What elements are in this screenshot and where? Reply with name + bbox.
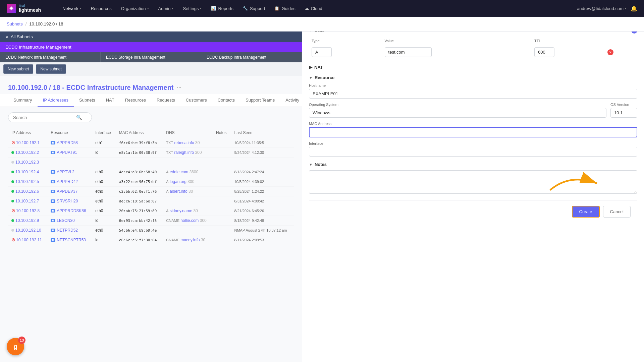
cell-resource[interactable]: ▣APPPRD58 <box>47 138 92 148</box>
cell-resource[interactable]: ▣APPUAT91 <box>47 148 92 158</box>
cell-resource[interactable]: ▣NETPRD52 <box>47 226 92 235</box>
cell-interface: eth0 <box>92 206 116 216</box>
table-row[interactable]: ⊗10.100.192.1 ▣APPPRD58 eth1 f6:c6:be:39… <box>8 138 294 148</box>
table-row[interactable]: 10.100.192.2 ▣APPUAT91 lo e8:1a:1b:00:38… <box>8 148 294 158</box>
right-panel: 10.100.192.3 ▼ DNS + Type Value TTL <box>302 17 644 362</box>
nav-network[interactable]: Network ▾ <box>58 4 86 13</box>
tab-contacts[interactable]: Contacts <box>212 94 240 107</box>
nav-reports[interactable]: 📊 Reports <box>207 4 237 13</box>
tab-requests[interactable]: Requests <box>151 94 180 107</box>
os-version-group: OS Version <box>610 103 637 118</box>
ecdc-subnet-row[interactable]: ECDC Infrastructure Management <box>0 42 302 52</box>
nat-section-header[interactable]: ▶ NAT <box>309 65 637 70</box>
os-input[interactable] <box>309 108 606 118</box>
more-options-button[interactable]: ··· <box>177 85 181 91</box>
nav-guides[interactable]: 📋 Guides <box>270 4 299 13</box>
new-subnet-button-2[interactable]: New subnet <box>36 64 66 74</box>
table-row[interactable]: 10.100.192.10 ▣NETPRD52 eth0 54:b6:e4:b9… <box>8 226 294 235</box>
table-row[interactable]: 10.100.192.5 ▣APPPRD42 eth0 a3:22:ce:96:… <box>8 177 294 187</box>
cell-resource[interactable]: ▣LBSCN30 <box>47 216 92 226</box>
tab-support-teams[interactable]: Support Teams <box>240 94 280 107</box>
cell-resource[interactable]: ▣APPPRD42 <box>47 177 92 187</box>
cell-last-seen: 8/25/2024 1:24:22 <box>231 187 294 196</box>
notes-section-header[interactable]: ▼ Notes <box>309 162 637 167</box>
new-subnet-button-1[interactable]: New subnet <box>3 64 33 74</box>
cell-dns: A albert.info 30 <box>163 187 213 196</box>
search-bar[interactable]: 🔍 <box>8 112 92 122</box>
tab-activity[interactable]: Activity <box>280 94 302 107</box>
cell-resource[interactable]: ▣SRVSRH20 <box>47 196 92 206</box>
collapse-icon: ▼ <box>309 76 313 80</box>
user-menu[interactable]: andrew@tidalcloud.com ▾ <box>577 6 627 11</box>
col-mac: MAC Address <box>116 128 163 138</box>
table-row[interactable]: 10.100.192.6 ▣APPDEV37 eth0 c2:bb:62:0e:… <box>8 187 294 196</box>
cell-dns: TXT raleigh.info 300 <box>163 148 213 158</box>
tab-ip-addresses[interactable]: IP Addresses <box>38 94 74 107</box>
cell-notes <box>213 235 231 245</box>
col-notes: Notes <box>213 128 231 138</box>
logo-text: tidal lightmesh <box>19 4 41 12</box>
nav-admin[interactable]: Admin ▾ <box>154 4 178 13</box>
cell-last-seen: 9/24/2024 4:12:30 <box>231 148 294 158</box>
os-row: Operating System OS Version <box>309 103 637 118</box>
tab-customers[interactable]: Customers <box>180 94 212 107</box>
cell-resource[interactable]: ▣APPTVL2 <box>47 167 92 177</box>
cell-mac: c6:6c:c5:f7:30:64 <box>116 235 163 245</box>
tab-summary[interactable]: Summary <box>8 94 38 107</box>
nav-cloud[interactable]: ☁ Cloud <box>301 4 326 13</box>
cell-ip: 10.100.192.2 <box>8 148 47 158</box>
cell-last-seen <box>231 158 294 167</box>
cell-ip: 10.100.192.7 <box>8 196 47 206</box>
cell-mac: e8:1a:1b:00:38:9f <box>116 148 163 158</box>
cell-dns <box>163 196 213 206</box>
nav-organization[interactable]: Organization ▾ <box>117 4 153 13</box>
gritter-badge[interactable]: g 13 <box>7 338 24 355</box>
os-label: Operating System <box>309 103 606 107</box>
subnet-child-storage[interactable]: ECDC Storage Inra Management <box>101 52 201 62</box>
cell-mac <box>116 158 163 167</box>
cell-resource[interactable]: ▣NETSCNPTR53 <box>47 235 92 245</box>
section-header: 10.100.192.0 / 18 - ECDC Infrastructure … <box>0 78 302 94</box>
tab-resources[interactable]: Resources <box>120 94 151 107</box>
dns-value-input[interactable] <box>385 47 432 57</box>
col-dns: DNS <box>163 128 213 138</box>
dns-type-input[interactable] <box>312 47 332 57</box>
mac-input[interactable] <box>309 127 637 137</box>
logo[interactable]: tidal lightmesh <box>7 4 50 13</box>
breadcrumb-parent[interactable]: Subnets <box>7 21 23 26</box>
nav-settings[interactable]: Settings ▾ <box>179 4 206 13</box>
search-input[interactable] <box>13 115 73 120</box>
cell-interface: eth0 <box>92 196 116 206</box>
nav-support[interactable]: 🔧 Support <box>239 4 269 13</box>
all-subnets-row[interactable]: ◂ All Subnets <box>0 32 302 42</box>
subnet-child-network[interactable]: ECDC Network Infra Management <box>0 52 101 62</box>
dns-ttl-input[interactable] <box>534 47 554 57</box>
notifications-bell[interactable]: 🔔 <box>631 5 637 12</box>
table-row[interactable]: ⊗10.100.192.11 ▣NETSCNPTR53 lo c6:6c:c5:… <box>8 235 294 245</box>
notes-textarea[interactable] <box>309 170 637 194</box>
cell-last-seen: 10/5/2024 4:39:02 <box>231 177 294 187</box>
interface-input[interactable] <box>309 147 637 157</box>
nav-resources[interactable]: Resources <box>87 4 116 13</box>
cell-last-seen: NMAP August 27th 10:37:12 am <box>231 226 294 235</box>
table-row[interactable]: 10.100.192.7 ▣SRVSRH20 eth0 de:c6:18:5a:… <box>8 196 294 206</box>
table-row[interactable]: 10.100.192.3 <box>8 158 294 167</box>
cell-ip: 10.100.192.9 <box>8 216 47 226</box>
create-button[interactable]: Create <box>572 206 600 218</box>
subnet-child-backup[interactable]: ECDC Backup Infra Management <box>201 52 302 62</box>
table-row[interactable]: 10.100.192.4 ▣APPTVL2 eth0 4e:c4:a3:6b:5… <box>8 167 294 177</box>
resource-section-header[interactable]: ▼ Resource <box>309 75 637 80</box>
table-row[interactable]: 10.100.192.9 ▣LBSCN30 lo 6e:93:ca:bb:42:… <box>8 216 294 226</box>
hostname-input[interactable] <box>309 89 637 99</box>
cell-resource[interactable]: ▣APPPRDDSK86 <box>47 206 92 216</box>
tab-nat[interactable]: NAT <box>101 94 120 107</box>
cell-resource[interactable]: ▣APPDEV37 <box>47 187 92 196</box>
table-row[interactable]: ⊗10.100.192.8 ▣APPPRDDSK86 eth0 20:ab:75… <box>8 206 294 216</box>
cell-dns: A eddie.com 3600 <box>163 167 213 177</box>
os-version-input[interactable] <box>610 108 637 118</box>
cancel-button[interactable]: Cancel <box>603 206 631 218</box>
cell-resource[interactable] <box>47 158 92 167</box>
cell-last-seen: 8/13/2024 2:47:24 <box>231 167 294 177</box>
remove-dns-button[interactable]: × <box>607 49 613 55</box>
tab-subnets[interactable]: Subnets <box>74 94 101 107</box>
